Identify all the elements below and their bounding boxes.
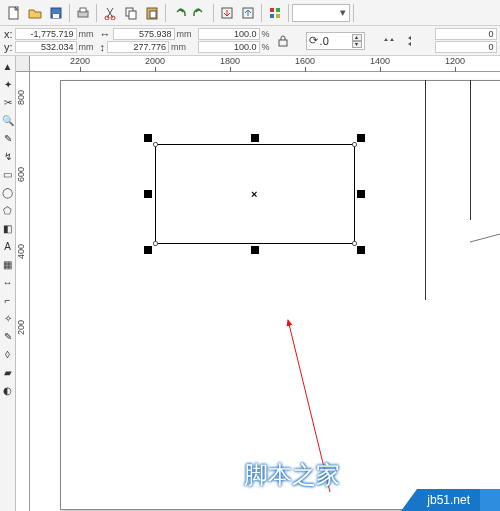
guide-line[interactable] [470, 80, 471, 220]
selection-center-marker: × [251, 188, 257, 200]
separator [165, 4, 166, 22]
guide-line[interactable] [425, 80, 426, 300]
scale-y-input[interactable] [198, 41, 260, 53]
height-input[interactable] [107, 41, 169, 53]
x-input[interactable] [15, 28, 77, 40]
app-launcher-icon[interactable] [265, 3, 285, 23]
dimension-tool-icon[interactable]: ↔ [0, 274, 15, 291]
resize-handle-tr[interactable] [357, 134, 365, 142]
smart-tool-icon[interactable]: ↯ [0, 148, 15, 165]
svg-rect-17 [279, 40, 287, 46]
open-icon[interactable] [25, 3, 45, 23]
text-tool-icon[interactable]: A [0, 238, 15, 255]
basic-shapes-tool-icon[interactable]: ◧ [0, 220, 15, 237]
watermark-triangle [401, 489, 417, 511]
spin-a-input[interactable] [435, 28, 497, 40]
mirror-v-icon[interactable] [403, 31, 419, 51]
resize-handle-bl[interactable] [144, 246, 152, 254]
freehand-tool-icon[interactable]: ✎ [0, 130, 15, 147]
connector-tool-icon[interactable]: ⌐ [0, 292, 15, 309]
new-icon[interactable] [4, 3, 24, 23]
table-tool-icon[interactable]: ▦ [0, 256, 15, 273]
height-icon: ↕ [100, 42, 106, 53]
pick-tool-icon[interactable]: ▲ [0, 58, 15, 75]
ruler-origin[interactable] [16, 56, 30, 72]
shape-tool-icon[interactable]: ✦ [0, 76, 15, 93]
svg-rect-4 [80, 8, 86, 12]
save-icon[interactable] [46, 3, 66, 23]
print-icon[interactable] [73, 3, 93, 23]
toolbox: ▲ ✦ ✂ 🔍 ✎ ↯ ▭ ◯ ⬠ ◧ A ▦ ↔ ⌐ ✧ ✎ ◊ ▰ ◐ [0, 56, 16, 511]
y-label: y: [4, 42, 13, 53]
main-toolbar: 12% ▾ [0, 0, 500, 26]
ruler-tick: 600 [16, 167, 26, 182]
export-icon[interactable] [238, 3, 258, 23]
ruler-tick: 1200 [445, 56, 465, 66]
scale-x-input[interactable] [198, 28, 260, 40]
rotation-input[interactable] [320, 35, 350, 47]
resize-handle-bm[interactable] [251, 246, 259, 254]
undo-icon[interactable] [169, 3, 189, 23]
mirror-h-icon[interactable] [381, 31, 397, 51]
redo-icon[interactable] [190, 3, 210, 23]
property-bar: x:mm y:mm ↔mm ↕mm % % ⟳ ▴▾ [0, 26, 500, 56]
y-input[interactable] [15, 41, 77, 53]
svg-rect-13 [270, 8, 274, 12]
resize-handle-ml[interactable] [144, 190, 152, 198]
zoom-level-combo[interactable]: 12% ▾ [292, 4, 350, 22]
polygon-tool-icon[interactable]: ⬠ [0, 202, 15, 219]
watermark-bar: jb51.net [401, 489, 500, 511]
ellipse-tool-icon[interactable]: ◯ [0, 184, 15, 201]
ruler-tick: 2000 [145, 56, 165, 66]
svg-rect-2 [53, 14, 59, 18]
crop-tool-icon[interactable]: ✂ [0, 94, 15, 111]
corner-node[interactable] [153, 142, 158, 147]
chevron-down-icon[interactable]: ▾ [337, 6, 349, 19]
ruler-vertical[interactable]: 800 600 400 200 [16, 72, 30, 511]
ruler-tick: 400 [16, 244, 26, 259]
rotation-group[interactable]: ⟳ ▴▾ [306, 32, 365, 50]
resize-handle-br[interactable] [357, 246, 365, 254]
ruler-horizontal[interactable]: 2200 2000 1800 1600 1400 1200 [30, 56, 500, 72]
spin-b-input[interactable] [435, 41, 497, 53]
canvas-area[interactable]: × [30, 72, 500, 511]
rotation-spinner[interactable]: ▴▾ [352, 34, 362, 48]
width-input[interactable] [113, 28, 175, 40]
corner-node[interactable] [352, 142, 357, 147]
x-unit: mm [79, 29, 94, 40]
separator [353, 4, 354, 22]
svg-rect-16 [276, 14, 280, 18]
separator [213, 4, 214, 22]
zoom-input[interactable]: 12% [293, 7, 337, 19]
resize-handle-tm[interactable] [251, 134, 259, 142]
svg-rect-15 [270, 14, 274, 18]
resize-handle-mr[interactable] [357, 190, 365, 198]
interactive-fill-tool-icon[interactable]: ◐ [0, 382, 15, 399]
rotate-icon: ⟳ [309, 34, 318, 47]
copy-icon[interactable] [121, 3, 141, 23]
lock-ratio-icon[interactable] [276, 31, 290, 51]
svg-rect-10 [150, 11, 156, 18]
paste-icon[interactable] [142, 3, 162, 23]
fill-tool-icon[interactable]: ▰ [0, 364, 15, 381]
effects-tool-icon[interactable]: ✧ [0, 310, 15, 327]
w-unit: mm [177, 29, 192, 40]
cut-icon[interactable] [100, 3, 120, 23]
svg-line-18 [470, 232, 500, 242]
corner-node[interactable] [153, 241, 158, 246]
watermark-seg [480, 489, 500, 511]
zoom-tool-icon[interactable]: 🔍 [0, 112, 15, 129]
separator [96, 4, 97, 22]
resize-handle-tl[interactable] [144, 134, 152, 142]
import-icon[interactable] [217, 3, 237, 23]
rectangle-tool-icon[interactable]: ▭ [0, 166, 15, 183]
ruler-tick: 1800 [220, 56, 240, 66]
outline-tool-icon[interactable]: ◊ [0, 346, 15, 363]
width-icon: ↔ [100, 29, 111, 40]
stray-line [470, 232, 500, 262]
eyedropper-tool-icon[interactable]: ✎ [0, 328, 15, 345]
size-group: ↔mm ↕mm [100, 28, 192, 53]
separator [261, 4, 262, 22]
sy-unit: % [262, 42, 270, 53]
ruler-tick: 1600 [295, 56, 315, 66]
